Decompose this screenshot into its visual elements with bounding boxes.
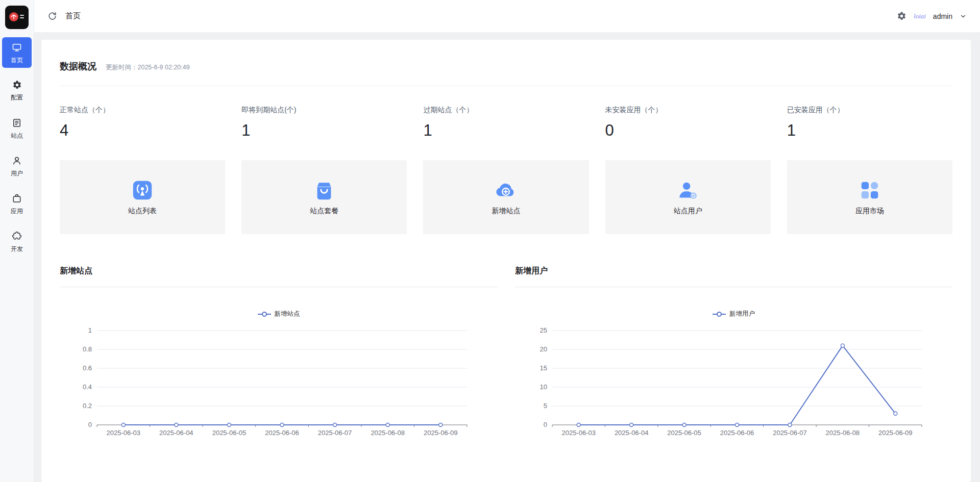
sidebar: 首页 配置 站点 — [0, 0, 34, 482]
stats-row: 正常站点（个） 4 即将到期站点(个) 1 过期站点（个） 1 未安装应用（个）… — [60, 106, 952, 140]
sidebar-item-label: 应用 — [11, 208, 23, 214]
sidebar-item-sites[interactable]: 站点 — [2, 113, 32, 143]
new-users-chart: 05101520252025-06-032025-06-042025-06-05… — [515, 324, 952, 446]
app-market-icon — [858, 179, 881, 202]
shortcut-label: 站点用户 — [674, 207, 702, 216]
user-icon — [12, 156, 22, 168]
shortcut-add-site[interactable]: 新增站点 — [423, 160, 589, 234]
svg-text:0.2: 0.2 — [83, 402, 92, 410]
chart-title: 新增站点 — [60, 266, 498, 287]
svg-text:20: 20 — [540, 345, 547, 353]
topbar: 首页 loiai admin — [34, 0, 980, 33]
svg-text:25: 25 — [540, 326, 547, 334]
line-chart-canvas: 05101520252025-06-032025-06-042025-06-05… — [515, 324, 952, 444]
stat-label: 过期站点（个） — [423, 106, 589, 115]
app-logo[interactable] — [5, 6, 29, 29]
app-root: 首页 配置 站点 — [0, 0, 980, 482]
svg-text:2025-06-09: 2025-06-09 — [878, 429, 913, 437]
shortcuts-row: 站点列表 站点套餐 — [60, 160, 952, 234]
svg-text:0.8: 0.8 — [83, 345, 92, 353]
site-user-icon — [676, 179, 700, 202]
main-area: 首页 loiai admin 数据概况 — [34, 0, 980, 482]
stat-expiring-sites: 即将到期站点(个) 1 — [241, 106, 407, 140]
shortcut-label: 新增站点 — [492, 207, 520, 216]
overview-header: 数据概况 更新时间：2025-6-9 02:20:49 — [60, 60, 952, 86]
breadcrumb: 首页 — [65, 11, 81, 21]
svg-text:0: 0 — [88, 421, 92, 428]
svg-text:2025-06-07: 2025-06-07 — [773, 429, 807, 437]
stat-expired-sites: 过期站点（个） 1 — [423, 106, 589, 140]
stat-value: 1 — [787, 121, 952, 140]
settings-button[interactable] — [897, 11, 906, 21]
stat-label: 正常站点（个） — [60, 106, 225, 115]
shortcut-site-list[interactable]: 站点列表 — [60, 160, 225, 234]
sidebar-item-users[interactable]: 用户 — [2, 150, 32, 181]
svg-text:2025-06-05: 2025-06-05 — [212, 429, 247, 437]
site-package-icon — [312, 179, 336, 202]
shortcut-label: 站点列表 — [128, 207, 157, 216]
shortcut-label: 站点套餐 — [310, 207, 338, 216]
legend-label: 新增用户 — [729, 310, 755, 318]
stat-normal-sites: 正常站点（个） 4 — [60, 106, 225, 140]
svg-text:2025-06-06: 2025-06-06 — [720, 429, 754, 437]
svg-text:1: 1 — [88, 326, 92, 334]
sidebar-item-label: 站点 — [11, 133, 23, 139]
logo-icon — [5, 6, 29, 29]
sidebar-item-dev[interactable]: 开发 — [2, 226, 32, 257]
legend-line-marker-icon — [258, 314, 271, 315]
svg-text:0.6: 0.6 — [83, 364, 92, 372]
legend-label: 新增站点 — [275, 310, 300, 318]
sidebar-item-label: 配置 — [11, 94, 23, 100]
sidebar-item-home[interactable]: 首页 — [2, 37, 32, 68]
legend-line-marker-icon — [713, 314, 726, 315]
sidebar-item-config[interactable]: 配置 — [2, 75, 32, 106]
stat-value: 0 — [605, 121, 771, 140]
puzzle-icon — [12, 231, 22, 243]
svg-text:2025-06-07: 2025-06-07 — [318, 429, 352, 437]
shortcut-site-package[interactable]: 站点套餐 — [241, 160, 407, 234]
sidebar-item-label: 用户 — [11, 170, 23, 176]
page-title: 数据概况 — [60, 60, 96, 72]
shortcut-site-users[interactable]: 站点用户 — [605, 160, 771, 234]
user-menu[interactable]: admin — [933, 12, 952, 20]
site-list-card-icon — [131, 179, 154, 202]
stat-value: 1 — [241, 121, 407, 140]
svg-text:15: 15 — [540, 364, 547, 372]
shortcut-app-market[interactable]: 应用市场 — [787, 160, 952, 234]
chart-title: 新增用户 — [515, 266, 952, 287]
svg-text:2025-06-03: 2025-06-03 — [561, 429, 596, 437]
brand-tag: loiai — [914, 12, 926, 20]
stat-value: 4 — [60, 121, 225, 140]
chart-legend[interactable]: 新增用户 — [515, 310, 952, 318]
update-time: 更新时间：2025-6-9 02:20:49 — [106, 63, 190, 72]
app-bag-icon — [12, 193, 22, 206]
svg-text:2025-06-03: 2025-06-03 — [107, 429, 140, 437]
svg-text:2025-06-09: 2025-06-09 — [424, 429, 458, 437]
new-sites-chart: 00.20.40.60.812025-06-032025-06-042025-0… — [60, 324, 498, 446]
chart-legend[interactable]: 新增站点 — [60, 310, 498, 318]
stat-label: 未安装应用（个） — [605, 106, 771, 115]
svg-text:2025-06-04: 2025-06-04 — [159, 429, 193, 437]
user-menu-toggle[interactable] — [960, 13, 967, 20]
new-users-chart-section: 新增用户 新增用户 05101520252025-06-032025-06-04… — [515, 266, 952, 446]
sidebar-item-apps[interactable]: 应用 — [2, 188, 32, 219]
svg-text:2025-06-06: 2025-06-06 — [265, 429, 299, 437]
stat-uninstalled-apps: 未安装应用（个） 0 — [605, 106, 771, 140]
svg-text:2025-06-08: 2025-06-08 — [826, 429, 860, 437]
chevron-down-icon — [960, 13, 967, 20]
site-list-icon — [12, 118, 22, 130]
stat-label: 即将到期站点(个) — [241, 106, 407, 115]
svg-text:2025-06-05: 2025-06-05 — [667, 429, 701, 437]
stat-label: 已安装应用（个） — [787, 106, 952, 115]
overview-card: 数据概况 更新时间：2025-6-9 02:20:49 正常站点（个） 4 即将… — [41, 40, 971, 482]
gear-icon — [12, 80, 22, 92]
home-monitor-icon — [12, 42, 22, 55]
refresh-button[interactable] — [47, 11, 57, 21]
svg-text:0: 0 — [544, 421, 547, 428]
svg-text:10: 10 — [540, 383, 547, 391]
svg-text:0.4: 0.4 — [83, 383, 92, 391]
new-sites-chart-section: 新增站点 新增站点 00.20.40.60.812025-06-032025-0… — [60, 266, 498, 446]
svg-text:2025-06-08: 2025-06-08 — [371, 429, 405, 437]
svg-text:5: 5 — [544, 402, 547, 410]
page-content: 数据概况 更新时间：2025-6-9 02:20:49 正常站点（个） 4 即将… — [34, 33, 980, 482]
